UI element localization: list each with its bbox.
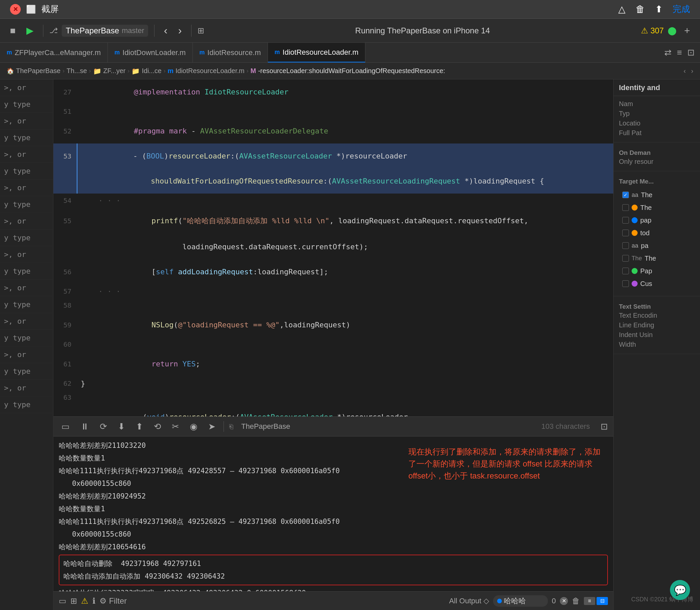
line-num-60: 60 (53, 340, 77, 348)
code-line-61: 61 return YES; (53, 351, 613, 376)
bc-group1[interactable]: Th...se (66, 67, 87, 75)
code-line-60: 60 (53, 337, 613, 351)
bc-sep-4: › (163, 67, 165, 75)
code-editor[interactable]: 27 @implementation IdiotResourceLoader 5… (53, 79, 613, 416)
tab-idiotdownloader[interactable]: m IdiotDownLoader.m (108, 43, 193, 62)
fullpath-label: Full Pat (619, 129, 695, 137)
upload-icon[interactable]: △ (618, 4, 625, 15)
line-text-61: return YES; (78, 351, 200, 376)
console-clear-icon[interactable]: ✕ (560, 597, 568, 605)
debug-deactivate-btn[interactable]: ▭ (59, 420, 72, 433)
console-info-btn[interactable]: ℹ (93, 596, 95, 606)
line-ending-label: Line Ending (619, 321, 695, 329)
bc-filename[interactable]: IdiotResourceLoader.m (176, 67, 245, 75)
bc-method-icon: M (250, 67, 256, 75)
debug-restart-btn[interactable]: ⟲ (151, 420, 164, 433)
line-text-59: NSLog(@"loadingRequest == %@",loadingReq… (78, 312, 350, 337)
code-line-54: 54 · · · (53, 194, 613, 208)
run-button[interactable]: ▶ (23, 23, 37, 38)
debug-pause-btn[interactable]: ⏸ (78, 420, 92, 433)
console-view-toggle-btn[interactable]: ▭ (59, 596, 66, 606)
network-icon: ⬤ (668, 26, 677, 35)
share-icon[interactable]: ⬆ (655, 4, 663, 15)
console-filter-btn[interactable]: ⚙ Filter (99, 596, 127, 606)
right-panel-identity-header: Identity and (614, 79, 700, 96)
debug-step-out-btn[interactable]: ⬆ (133, 420, 146, 433)
scope-label[interactable]: All Output ◇ (449, 597, 489, 605)
console-search-input[interactable] (504, 597, 544, 605)
console-line-10: 哈哈哈执行执行333333瞎瞎瞎, 492306432 492306432 0x… (59, 587, 608, 591)
chat-button[interactable]: 💬 (670, 580, 690, 600)
debug-scissors-btn[interactable]: ✂ (169, 420, 182, 433)
target-3-label: pap (640, 216, 651, 224)
console-trash-btn[interactable]: 🗑 (572, 596, 580, 606)
console-split-btn[interactable]: ⊞ (70, 596, 77, 606)
target-checkbox-5[interactable] (622, 242, 629, 249)
bc-sep-2: › (89, 67, 91, 75)
target-checkbox-7[interactable] (622, 268, 629, 274)
nav-forward-button[interactable]: › (175, 22, 185, 39)
bc-method[interactable]: -resourceLoader:shouldWaitForLoadingOfRe… (258, 67, 445, 75)
done-button[interactable]: 完成 (673, 3, 690, 15)
toolbar-separator-2 (154, 25, 154, 37)
line-num-27: 27 (53, 88, 77, 96)
view-grid-icon[interactable]: ⊞ (197, 26, 204, 35)
debug-step-in-btn[interactable]: ⬇ (115, 420, 128, 433)
code-lines: 27 @implementation IdiotResourceLoader 5… (53, 79, 613, 416)
bc-project[interactable]: ThePaperBase (16, 67, 60, 75)
trash-icon[interactable]: 🗑 (636, 4, 645, 15)
console-list-view-btn[interactable]: ≡ (584, 597, 595, 605)
side-label-14: y type (0, 296, 53, 313)
code-line-58: 58 (53, 298, 613, 312)
line-num-59: 59 (53, 321, 77, 329)
line-text-27: @implementation IdiotResourceLoader (78, 79, 289, 105)
side-label-19: >, or (0, 380, 53, 397)
run-status-text: Running ThePaperBase on iPhone 14 (208, 26, 637, 35)
debug-expand-icon[interactable]: ⊡ (601, 421, 608, 432)
console-line-box-1: 哈哈哈自动删除 492371968 492797161 (63, 557, 603, 570)
debug-filename: ThePaperBase (241, 422, 290, 431)
stop-button[interactable]: ■ (7, 23, 19, 38)
target-checkbox-6[interactable] (622, 255, 629, 262)
nav-back-button[interactable]: ‹ (161, 22, 171, 39)
debug-step-over-btn[interactable]: ⟳ (97, 420, 110, 433)
next-issue-icon[interactable]: › (691, 67, 693, 75)
console-line-6: 哈哈数量数量1 (59, 502, 608, 515)
bc-group3[interactable]: Idi...ce (142, 67, 162, 75)
console-area: 现在执行到了删除和添加，将原来的请求删除了，添加了一个新的请求，但是新的请求 o… (53, 436, 613, 610)
warning-count: 307 (650, 26, 664, 35)
console-search-box[interactable] (493, 595, 548, 607)
add-tab-button[interactable]: + (681, 23, 693, 38)
close-button[interactable]: ✕ (10, 4, 21, 15)
line-num-56: 56 (53, 268, 77, 276)
folder-icon: 📁 (93, 67, 101, 75)
target-checkbox-2[interactable] (622, 204, 629, 211)
target-checkbox-4[interactable] (622, 229, 629, 236)
code-line-63: - (void)resourceLoader:(AVAssetResourceL… (53, 404, 613, 416)
target-checkbox-8[interactable] (622, 280, 629, 287)
target-item-3: pap (622, 214, 691, 227)
tab-idiotresourceloader[interactable]: m IdiotResourceLoader.m (268, 43, 365, 62)
code-line-56: 56 [self addLoadingRequest:loadingReques… (53, 259, 613, 284)
target-checkbox-1[interactable]: ✓ (622, 192, 629, 198)
bc-sep-1: › (62, 67, 64, 75)
tab-idiotresource[interactable]: m IdiotResource.m (193, 43, 268, 62)
warning-icon: ⚠ (641, 26, 648, 35)
sidebar-toggle-icon[interactable]: ⊡ (687, 47, 695, 58)
debug-nav-btn[interactable]: ➤ (206, 420, 218, 433)
swap-icon[interactable]: ⇄ (664, 47, 672, 58)
code-line-57: 57 · · · (53, 284, 613, 298)
tab-right-buttons: ⇄ ≡ ⊡ (659, 43, 700, 62)
target-checkbox-3[interactable] (622, 217, 629, 224)
right-panel-name-section: Nam Typ Locatio Full Pat (614, 96, 700, 143)
debug-location-btn[interactable]: ◉ (187, 420, 200, 433)
code-line-51: 51 (53, 105, 613, 118)
left-navigator-strip: >, or y type >, or y type >, or y type >… (0, 79, 53, 610)
bc-group2[interactable]: ZF...yer (103, 67, 126, 75)
bc-sep-3: › (128, 67, 129, 75)
list-icon[interactable]: ≡ (677, 47, 682, 58)
console-warning-btn[interactable]: ⚠ (81, 596, 88, 606)
console-split-view-btn[interactable]: ⊟ (597, 597, 608, 605)
prev-issue-icon[interactable]: ‹ (684, 67, 686, 75)
tab-zfplayer[interactable]: m ZFPlayerCa...eManager.m (0, 43, 108, 62)
